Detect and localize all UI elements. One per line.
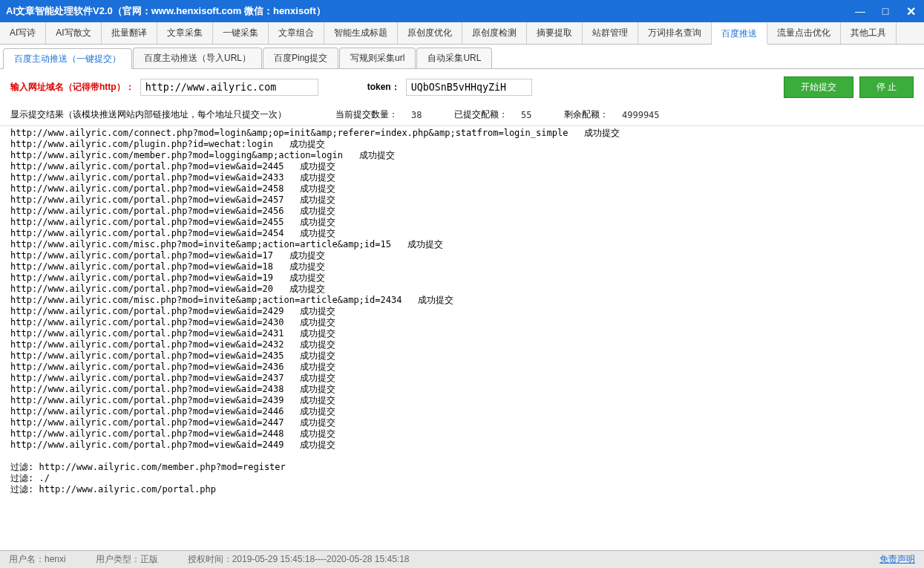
results-log[interactable]: http://www.ailyric.com/connect.php?mod=l… (0, 126, 924, 550)
window-controls: — □ ✕ (853, 4, 918, 19)
main-tab-9[interactable]: 摘要提取 (527, 22, 583, 44)
sub-tab-4[interactable]: 自动采集URL (416, 48, 492, 68)
sub-tab-0[interactable]: 百度主动推送（一键提交） (3, 48, 132, 69)
status-type: 用户类型：正版 (96, 553, 158, 566)
token-input[interactable] (406, 79, 532, 96)
input-row: 输入网址域名（记得带http）： token： 开始提交 停 止 (0, 69, 924, 105)
main-tab-5[interactable]: 文章组合 (269, 22, 324, 44)
submitted-quota-label: 已提交配额： (454, 108, 508, 121)
main-tab-0[interactable]: AI写诗 (0, 22, 46, 44)
main-tab-11[interactable]: 万词排名查询 (638, 22, 712, 44)
token-label: token： (367, 81, 400, 94)
main-tab-14[interactable]: 其他工具 (841, 22, 897, 44)
window-title: AI文章智能处理软件V2.0（官网：www.henxisoft.com 微信：h… (6, 4, 853, 18)
stop-button[interactable]: 停 止 (859, 76, 914, 98)
main-tab-13[interactable]: 流量点击优化 (767, 22, 841, 44)
main-tab-7[interactable]: 原创度优化 (398, 22, 462, 44)
remain-quota-label: 剩余配额： (564, 108, 609, 121)
remain-quota-value: 4999945 (622, 110, 674, 120)
stats-row: 显示提交结果（该模块推送网站内部链接地址，每个地址只提交一次） 当前提交数量： … (0, 105, 924, 126)
start-submit-button[interactable]: 开始提交 (784, 76, 853, 98)
main-tab-2[interactable]: 批量翻译 (102, 22, 157, 44)
sub-tab-2[interactable]: 百度Ping提交 (263, 48, 338, 68)
close-button[interactable]: ✕ (903, 4, 918, 19)
results-header: 显示提交结果（该模块推送网站内部链接地址，每个地址只提交一次） (10, 108, 286, 121)
sub-tab-bar: 百度主动推送（一键提交）百度主动推送（导入URL）百度Ping提交写规则采集ur… (0, 45, 924, 69)
url-label: 输入网址域名（记得带http）： (10, 81, 134, 94)
disclaimer-link[interactable]: 免责声明 (879, 553, 915, 566)
sub-tab-3[interactable]: 写规则采集url (339, 48, 416, 68)
title-bar: AI文章智能处理软件V2.0（官网：www.henxisoft.com 微信：h… (0, 0, 924, 22)
sub-tab-1[interactable]: 百度主动推送（导入URL） (133, 48, 262, 68)
main-tab-8[interactable]: 原创度检测 (462, 22, 527, 44)
maximize-button[interactable]: □ (878, 4, 893, 19)
main-tab-3[interactable]: 文章采集 (157, 22, 213, 44)
current-count-value: 38 (411, 110, 441, 120)
status-bar: 用户名：henxi 用户类型：正版 授权时间：2019-05-29 15:45:… (0, 550, 924, 568)
minimize-button[interactable]: — (853, 4, 868, 19)
main-tab-12[interactable]: 百度推送 (712, 23, 767, 45)
main-tab-1[interactable]: AI写散文 (46, 22, 101, 44)
submitted-quota-value: 55 (521, 110, 551, 120)
main-tab-4[interactable]: 一键采集 (213, 22, 269, 44)
current-count-label: 当前提交数量： (335, 108, 398, 121)
main-tab-6[interactable]: 智能生成标题 (324, 22, 398, 44)
status-auth: 授权时间：2019-05-29 15:45:18----2020-05-28 1… (188, 553, 410, 566)
url-input[interactable] (140, 79, 318, 96)
main-tab-bar: AI写诗AI写散文批量翻译文章采集一键采集文章组合智能生成标题原创度优化原创度检… (0, 22, 924, 45)
status-user: 用户名：henxi (9, 553, 66, 566)
main-tab-10[interactable]: 站群管理 (583, 22, 638, 44)
